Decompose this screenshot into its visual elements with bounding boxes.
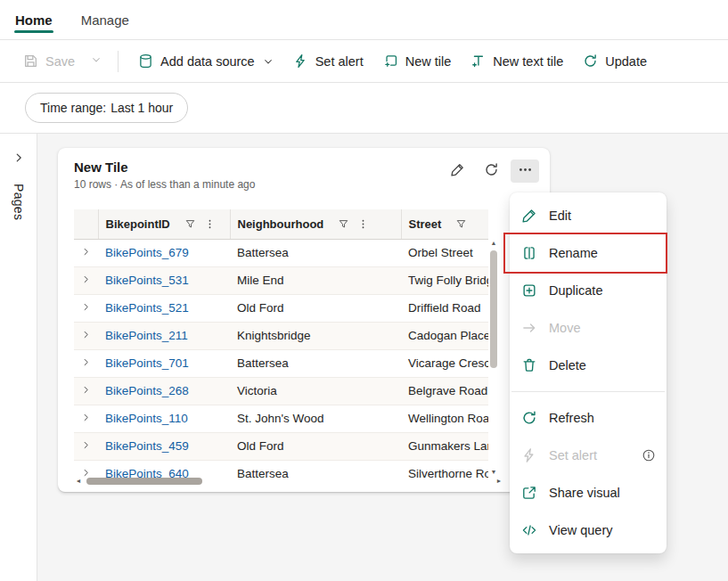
- menu-item-rename[interactable]: Rename: [510, 234, 667, 272]
- edit-tile-button[interactable]: [443, 160, 471, 183]
- new-tile-button[interactable]: New tile: [376, 47, 459, 75]
- menu-item-delete[interactable]: Delete: [510, 347, 667, 384]
- kebab-icon[interactable]: [204, 218, 216, 230]
- filter-icon[interactable]: [184, 218, 196, 230]
- menu-item-label: Rename: [549, 246, 598, 260]
- table-cell: BikePoints_701: [98, 349, 230, 377]
- menu-item-label: Edit: [549, 209, 571, 223]
- tile-subtitle: 10 rows · As of less than a minute ago: [74, 178, 255, 191]
- menu-item-label: View query: [549, 523, 612, 537]
- active-tab-underline: [14, 30, 53, 33]
- menu-item-refresh[interactable]: Refresh: [510, 399, 667, 437]
- table-cell: Orbel Street: [401, 239, 488, 266]
- refresh-tile-button[interactable]: [477, 160, 505, 183]
- vertical-scroll-thumb[interactable]: [490, 250, 497, 368]
- menu-item-edit[interactable]: Edit: [510, 197, 667, 234]
- filter-icon[interactable]: [338, 218, 349, 230]
- menu-item-set-alert[interactable]: Set alert: [510, 437, 667, 474]
- table-header-row: BikepointIDNeighbourhoodStreet: [74, 209, 488, 239]
- table-cell: BikePoints_110: [98, 405, 230, 432]
- scroll-left-icon[interactable]: ◄: [74, 478, 83, 484]
- move-icon: [520, 319, 538, 337]
- column-label: Neighbourhood: [238, 217, 324, 231]
- refresh-icon: [484, 162, 499, 180]
- menu-item-label: Delete: [549, 358, 586, 372]
- tab-home-label: Home: [15, 12, 53, 28]
- add-data-source-label: Add data source: [160, 54, 255, 69]
- filter-icon[interactable]: [455, 218, 467, 230]
- tile-more-button[interactable]: [511, 160, 539, 183]
- update-button[interactable]: Update: [576, 47, 654, 75]
- table-cell: Knightsbridge: [230, 322, 401, 349]
- table-cell: Vicarage Cresc: [401, 349, 488, 377]
- menu-divider: [511, 391, 665, 392]
- table-cell: BikePoints_211: [98, 322, 230, 349]
- database-icon: [138, 53, 153, 69]
- column-header-bikepointid: BikepointID: [98, 209, 230, 239]
- set-alert-button[interactable]: Set alert: [286, 47, 371, 75]
- save-button[interactable]: Save: [16, 47, 82, 75]
- code-icon: [520, 521, 538, 539]
- menu-item-label: Set alert: [549, 448, 597, 462]
- toolbar: Save Add data source Set alert New tile: [0, 40, 728, 83]
- menu-item-share-visual[interactable]: Share visual: [510, 474, 667, 511]
- tile-actions: [443, 160, 539, 183]
- scroll-right-icon[interactable]: ►: [495, 478, 503, 484]
- tab-manage[interactable]: Manage: [80, 1, 130, 39]
- table-cell: BikePoints_679: [98, 239, 230, 266]
- table-cell: BikePoints_521: [98, 294, 230, 322]
- table-cell: Wellington Roa: [401, 405, 488, 432]
- chevron-down-icon: [91, 54, 102, 68]
- add-data-source-button[interactable]: Add data source: [131, 47, 281, 75]
- table-row: BikePoints_679BatterseaOrbel Street: [74, 239, 488, 266]
- row-expand-chevron-icon[interactable]: [74, 405, 98, 432]
- table-cell: Battersea: [230, 239, 401, 266]
- row-expand-chevron-icon[interactable]: [74, 432, 98, 460]
- vertical-scrollbar[interactable]: ▲ ▼: [488, 239, 499, 477]
- table-cell: St. John's Wood: [230, 405, 401, 432]
- table-cell: Mile End: [230, 266, 401, 294]
- horizontal-scrollbar[interactable]: ◄ ►: [74, 475, 503, 487]
- tile-context-menu: EditRenameDuplicateMoveDeleteRefreshSet …: [510, 192, 667, 553]
- row-expand-chevron-icon[interactable]: [74, 349, 98, 377]
- chevron-right-icon: [12, 151, 25, 167]
- row-expand-chevron-icon[interactable]: [74, 239, 98, 266]
- vertical-scroll-track[interactable]: [488, 248, 499, 468]
- table-cell: Gunmakers Lar: [401, 432, 488, 460]
- table-cell: BikePoints_459: [98, 432, 230, 460]
- table-row: BikePoints_268VictoriaBelgrave Road: [74, 377, 488, 405]
- horizontal-scroll-thumb[interactable]: [86, 478, 202, 485]
- tile-title: New Tile: [74, 160, 255, 175]
- tile-header: New Tile 10 rows · As of less than a min…: [58, 148, 550, 191]
- more-dots-icon: [518, 162, 533, 180]
- tab-home[interactable]: Home: [14, 1, 53, 39]
- pages-sidebar: Pages: [0, 134, 37, 581]
- expand-pages-button[interactable]: [9, 148, 29, 170]
- tab-bar: Home Manage: [0, 0, 728, 40]
- time-range-button[interactable]: Time range: Last 1 hour: [25, 93, 188, 123]
- row-expand-chevron-icon[interactable]: [74, 294, 98, 322]
- scroll-up-icon[interactable]: ▲: [491, 239, 497, 248]
- tile-table-body: BikePoints_679BatterseaOrbel StreetBikeP…: [74, 239, 488, 478]
- new-text-tile-button[interactable]: New text tile: [463, 47, 570, 75]
- table-cell: Old Ford: [230, 432, 401, 460]
- alert-icon: [520, 446, 538, 464]
- rename-icon: [520, 244, 538, 262]
- menu-item-duplicate[interactable]: Duplicate: [510, 272, 667, 309]
- column-label: Street: [409, 217, 442, 231]
- save-icon: [23, 53, 38, 69]
- menu-item-label: Refresh: [549, 411, 594, 425]
- row-expand-chevron-icon[interactable]: [74, 377, 98, 405]
- toolbar-divider: [118, 51, 119, 72]
- table-row: BikePoints_701BatterseaVicarage Cresc: [74, 349, 488, 377]
- row-expand-chevron-icon[interactable]: [74, 266, 98, 294]
- menu-item-move[interactable]: Move: [510, 309, 667, 347]
- table-cell: Twig Folly Bridg: [401, 266, 488, 294]
- row-expand-chevron-icon[interactable]: [74, 322, 98, 349]
- save-dropdown-button[interactable]: [87, 48, 105, 74]
- horizontal-scroll-track[interactable]: [83, 475, 495, 487]
- new-tile-label: New tile: [405, 54, 452, 69]
- kebab-icon[interactable]: [357, 218, 369, 230]
- menu-item-view-query[interactable]: View query: [510, 511, 667, 549]
- tab-manage-label: Manage: [81, 12, 129, 28]
